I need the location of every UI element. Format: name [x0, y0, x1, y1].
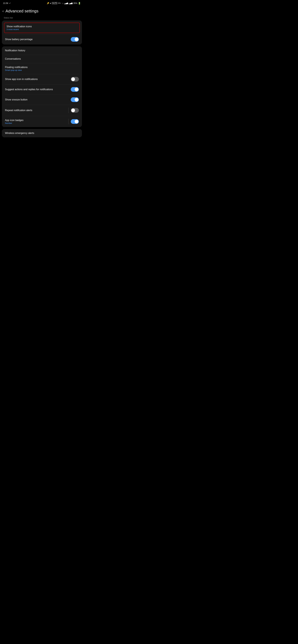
- show-notification-icons-wrapper: Show notification icons 3 most recent: [2, 23, 82, 33]
- show-app-icon-title: Show app icon in notifications: [5, 78, 71, 80]
- notification-history-item[interactable]: Notification history: [2, 46, 82, 55]
- suggest-actions-toggle[interactable]: [71, 87, 79, 92]
- 4g-icon: 4G+: [58, 2, 61, 4]
- app-icon-badges-title: App icon badges: [5, 119, 68, 122]
- notification-history-title: Notification history: [5, 49, 79, 52]
- status-checkmark: ✓: [9, 2, 11, 4]
- battery-icon: 🔋: [78, 2, 81, 4]
- show-app-icon-item[interactable]: Show app icon in notifications: [2, 74, 82, 84]
- section-label-status-bar: Status bar: [0, 16, 84, 20]
- app-icon-badges-toggle[interactable]: [71, 119, 79, 124]
- status-bar-left: 21:59 ✓: [3, 2, 11, 4]
- suggest-actions-title: Suggest actions and replies for notifica…: [5, 88, 71, 91]
- wireless-emergency-title: Wireless emergency alerts: [5, 132, 79, 134]
- floating-notifications-title: Floating notifications: [5, 66, 79, 69]
- show-battery-percentage-title: Show battery percentage: [5, 38, 71, 41]
- app-icon-badges-text: App icon badges Number: [5, 119, 68, 124]
- signal-bars-1: ▂▄▆: [64, 2, 68, 4]
- back-button[interactable]: ‹: [3, 9, 4, 13]
- show-notification-icons-subtitle: 3 most recent: [7, 28, 77, 30]
- conversations-text: Conversations: [5, 58, 79, 60]
- app-icon-badges-divider: [68, 119, 69, 124]
- location-icon: ●: [50, 2, 51, 4]
- show-snooze-text: Show snooze button: [5, 98, 71, 101]
- show-battery-percentage-toggle[interactable]: [71, 37, 79, 42]
- suggest-actions-text: Suggest actions and replies for notifica…: [5, 88, 71, 91]
- page-title: Advanced settings: [6, 9, 38, 14]
- app-icon-badges-item[interactable]: App icon badges Number: [2, 116, 82, 127]
- show-app-icon-text: Show app icon in notifications: [5, 78, 71, 80]
- app-icon-badges-controls: [68, 119, 79, 124]
- volte-icon: VoLTE: [52, 2, 57, 4]
- floating-notifications-subtitle: Smart pop-up view: [5, 69, 79, 71]
- notification-card: Notification history Conversations Float…: [2, 46, 82, 127]
- wireless-emergency-text: Wireless emergency alerts: [5, 132, 79, 134]
- show-battery-percentage-text: Show battery percentage: [5, 38, 71, 41]
- repeat-notification-divider: [68, 108, 69, 113]
- status-time: 21:59: [3, 2, 8, 4]
- repeat-notification-title: Repeat notification alerts: [5, 109, 68, 112]
- repeat-notification-toggle[interactable]: [71, 108, 79, 113]
- wireless-emergency-item[interactable]: Wireless emergency alerts: [2, 129, 82, 137]
- repeat-notification-text: Repeat notification alerts: [5, 109, 68, 112]
- status-bar: 21:59 ✓ 🔑 ● VoLTE 4G+ ↑↓ ▂▄▆ ▂▄▆ 35% 🔋: [0, 0, 84, 6]
- show-notification-icons-highlight[interactable]: Show notification icons 3 most recent: [4, 23, 80, 33]
- show-app-icon-toggle[interactable]: [71, 77, 79, 82]
- repeat-notification-controls: [68, 108, 79, 113]
- floating-notifications-text: Floating notifications Smart pop-up view: [5, 66, 79, 71]
- show-battery-percentage-item[interactable]: Show battery percentage: [2, 34, 82, 44]
- signal-bars-2: ▂▄▆: [69, 2, 72, 4]
- status-bar-right: 🔑 ● VoLTE 4G+ ↑↓ ▂▄▆ ▂▄▆ 35% 🔋: [47, 2, 81, 4]
- repeat-notification-item[interactable]: Repeat notification alerts: [2, 105, 82, 116]
- battery-percent: 35%: [73, 2, 77, 4]
- show-snooze-title: Show snooze button: [5, 98, 71, 101]
- show-snooze-toggle[interactable]: [71, 97, 79, 102]
- key-icon: 🔑: [47, 2, 49, 4]
- status-bar-card: Show notification icons 3 most recent Sh…: [2, 20, 82, 44]
- notification-history-text: Notification history: [5, 49, 79, 52]
- show-notification-icons-text: Show notification icons 3 most recent: [7, 25, 77, 30]
- floating-notifications-item[interactable]: Floating notifications Smart pop-up view: [2, 63, 82, 74]
- app-icon-badges-subtitle: Number: [5, 122, 68, 124]
- show-snooze-item[interactable]: Show snooze button: [2, 94, 82, 105]
- show-notification-icons-title: Show notification icons: [7, 25, 77, 28]
- page-header: ‹ Advanced settings: [0, 6, 84, 16]
- wireless-emergency-card[interactable]: Wireless emergency alerts: [2, 129, 82, 137]
- conversations-item[interactable]: Conversations: [2, 55, 82, 63]
- suggest-actions-item[interactable]: Suggest actions and replies for notifica…: [2, 84, 82, 94]
- conversations-title: Conversations: [5, 58, 79, 60]
- signal-down-icon: ↑↓: [62, 2, 63, 4]
